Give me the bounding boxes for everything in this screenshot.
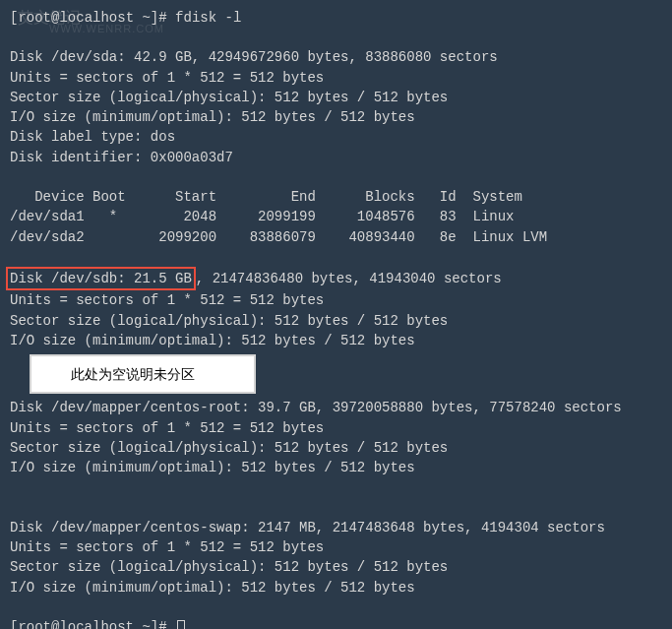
blank-line [10, 498, 662, 518]
sdb-sector: Sector size (logical/physical): 512 byte… [10, 311, 662, 331]
command-text: fdisk -l [175, 10, 241, 26]
swap-dm-units: Units = sectors of 1 * 512 = 512 bytes [10, 537, 662, 557]
swap-dm-sector: Sector size (logical/physical): 512 byte… [10, 557, 662, 577]
annotation-box: 此处为空说明未分区 [30, 354, 256, 394]
prompt-user: root [18, 10, 51, 26]
sda-header: Disk /dev/sda: 42.9 GB, 42949672960 byte… [10, 47, 662, 67]
sdb-units: Units = sectors of 1 * 512 = 512 bytes [10, 290, 662, 310]
sdb-iosize: I/O size (minimum/optimal): 512 bytes / … [10, 331, 662, 350]
prompt-dir: ~ [142, 10, 150, 26]
sda-iosize: I/O size (minimum/optimal): 512 bytes / … [10, 107, 662, 127]
root-dm-header: Disk /dev/mapper/centos-root: 39.7 GB, 3… [10, 398, 662, 417]
blank-line [10, 167, 662, 187]
prompt-end-line[interactable]: [root@localhost ~]# [10, 617, 662, 629]
root-dm-units: Units = sectors of 1 * 512 = 512 bytes [10, 418, 662, 438]
sda-label: Disk label type: dos [10, 127, 662, 147]
table-row-sda1: /dev/sda1 * 2048 2099199 1048576 83 Linu… [10, 207, 662, 226]
swap-dm-iosize: I/O size (minimum/optimal): 512 bytes / … [10, 578, 662, 598]
swap-dm-header: Disk /dev/mapper/centos-swap: 2147 MB, 2… [10, 518, 662, 537]
sda-units: Units = sectors of 1 * 512 = 512 bytes [10, 68, 662, 88]
root-dm-sector: Sector size (logical/physical): 512 byte… [10, 438, 662, 458]
prompt-symbol: # [158, 10, 166, 26]
sda-sector: Sector size (logical/physical): 512 byte… [10, 88, 662, 107]
blank-line [10, 247, 662, 267]
cursor-icon [177, 620, 185, 629]
blank-line [10, 478, 662, 498]
sdb-rest: , 21474836480 bytes, 41943040 sectors [196, 271, 502, 286]
sdb-highlight: Disk /dev/sdb: 21.5 GB [6, 267, 196, 290]
annotation-container: 此处为空说明未分区 [10, 350, 662, 398]
prompt-line: [root@localhost ~]# fdisk -l [10, 8, 662, 28]
blank-line [10, 28, 662, 47]
sdb-header-line: Disk /dev/sdb: 21.5 GB, 21474836480 byte… [10, 267, 662, 290]
blank-line [10, 598, 662, 617]
table-row-sda2: /dev/sda2 2099200 83886079 40893440 8e L… [10, 227, 662, 247]
root-dm-iosize: I/O size (minimum/optimal): 512 bytes / … [10, 458, 662, 477]
prompt-host: localhost [59, 10, 134, 26]
table-header: Device Boot Start End Blocks Id System [10, 187, 662, 207]
sda-identifier: Disk identifier: 0x000a03d7 [10, 148, 662, 167]
prompt-end: [root@localhost ~]# [10, 619, 175, 629]
